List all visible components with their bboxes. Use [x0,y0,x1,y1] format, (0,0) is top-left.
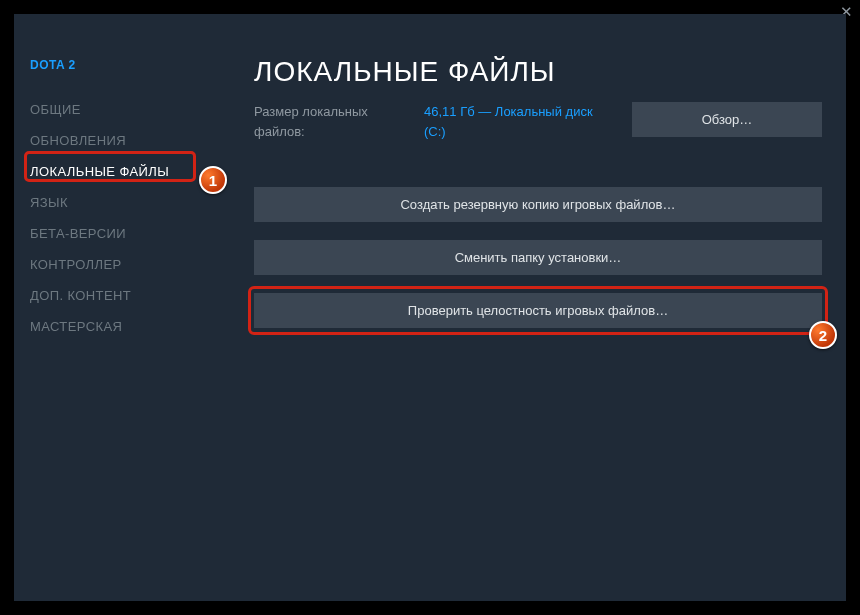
move-install-button[interactable]: Сменить папку установки… [254,240,822,275]
size-value: 46,11 Гб — Локальный диск (C:) [424,102,604,141]
sidebar-item-general[interactable]: ОБЩИЕ [26,94,214,125]
page-title: ЛОКАЛЬНЫЕ ФАЙЛЫ [254,56,822,88]
backup-button[interactable]: Создать резервную копию игровых файлов… [254,187,822,222]
sidebar-item-dlc[interactable]: ДОП. КОНТЕНТ [26,280,214,311]
sidebar-item-label: БЕТА-ВЕРСИИ [30,226,126,241]
game-title: DOTA 2 [26,58,214,72]
sidebar-item-label: ОБНОВЛЕНИЯ [30,133,126,148]
sidebar-item-label: ЯЗЫК [30,195,68,210]
sidebar-item-local-files[interactable]: ЛОКАЛЬНЫЕ ФАЙЛЫ 1 [26,156,214,187]
sidebar-item-controller[interactable]: КОНТРОЛЛЕР [26,249,214,280]
sidebar-item-betas[interactable]: БЕТА-ВЕРСИИ [26,218,214,249]
sidebar-item-label: ЛОКАЛЬНЫЕ ФАЙЛЫ [30,164,169,179]
sidebar-item-label: ДОП. КОНТЕНТ [30,288,131,303]
sidebar-item-language[interactable]: ЯЗЫК [26,187,214,218]
browse-button[interactable]: Обзор… [632,102,822,137]
sidebar: DOTA 2 ОБЩИЕ ОБНОВЛЕНИЯ ЛОКАЛЬНЫЕ ФАЙЛЫ … [14,14,214,601]
sidebar-item-label: КОНТРОЛЛЕР [30,257,122,272]
size-label: Размер локальных файлов: [254,102,404,141]
sidebar-item-label: ОБЩИЕ [30,102,81,117]
verify-button-wrap: Проверить целостность игровых файлов… 2 [254,293,822,328]
main-panel: ЛОКАЛЬНЫЕ ФАЙЛЫ Размер локальных файлов:… [214,14,846,601]
properties-window: DOTA 2 ОБЩИЕ ОБНОВЛЕНИЯ ЛОКАЛЬНЫЕ ФАЙЛЫ … [14,14,846,601]
local-files-info-row: Размер локальных файлов: 46,11 Гб — Лока… [254,102,822,141]
sidebar-item-workshop[interactable]: МАСТЕРСКАЯ [26,311,214,342]
sidebar-item-label: МАСТЕРСКАЯ [30,319,122,334]
sidebar-item-updates[interactable]: ОБНОВЛЕНИЯ [26,125,214,156]
verify-files-button[interactable]: Проверить целостность игровых файлов… [254,293,822,328]
